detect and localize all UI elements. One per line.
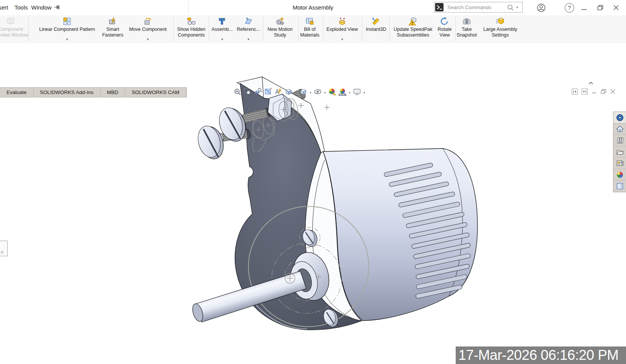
pin-menu-icon[interactable] — [53, 4, 60, 12]
search-input[interactable]: Search Commands — [447, 5, 492, 10]
dropdown-caret[interactable]: ▾ — [221, 37, 223, 42]
show-hidden-components-icon — [187, 17, 196, 27]
new-motion-study-button[interactable]: New Motion Study — [265, 17, 295, 40]
dropdown-caret[interactable]: ▾ — [310, 91, 311, 94]
take-snapshot-button[interactable]: Take Snapshot — [455, 17, 479, 40]
motor-housing[interactable] — [323, 148, 477, 321]
dynamic-annotation-views-icon[interactable] — [274, 88, 283, 97]
previous-view-icon[interactable] — [254, 88, 262, 97]
task-pane-design-library[interactable] — [613, 135, 626, 146]
view-settings-icon[interactable] — [353, 88, 361, 97]
dropdown-caret[interactable]: ▾ — [66, 37, 68, 42]
instant3d-icon — [371, 17, 381, 27]
component-preview-window-icon — [6, 17, 15, 27]
smart-fasteners-icon — [108, 17, 117, 27]
exploded-view-icon — [338, 17, 347, 27]
folder-icon — [616, 148, 624, 156]
help-icon[interactable]: ? — [565, 3, 574, 13]
3dexperience-icon — [616, 114, 624, 121]
take-snapshot-icon — [462, 17, 471, 27]
next-document-icon[interactable] — [581, 88, 588, 96]
dropdown-caret[interactable]: ▾ — [349, 91, 351, 94]
reference-geometry-icon — [244, 17, 253, 27]
restore-document-icon[interactable] — [600, 89, 607, 96]
document-title: Motor Assembly — [293, 4, 333, 11]
dropdown-caret[interactable]: ▾ — [324, 91, 326, 94]
dropdown-caret[interactable]: ▾ — [363, 91, 365, 94]
viewport-canvas[interactable]: Evaluate SOLIDWORKS Add-Ins MBD SOLIDWOR… — [0, 43, 626, 364]
linear-component-pattern-button[interactable]: Linear Component Pattern ▾ — [37, 17, 98, 40]
hide-show-items-icon[interactable] — [314, 88, 322, 97]
zoom-to-area-icon[interactable] — [243, 88, 252, 97]
task-pane-file-explorer[interactable] — [613, 146, 626, 158]
tab-solidworks-cam[interactable]: SOLIDWORKS CAM — [125, 88, 186, 97]
appearances-ball-icon — [616, 171, 624, 179]
task-pane-custom-properties[interactable] — [613, 180, 626, 192]
menu-item-tools[interactable]: Tools — [14, 4, 28, 11]
minimize-window-icon[interactable] — [581, 5, 588, 12]
move-component-icon — [143, 17, 152, 27]
tab-evaluate[interactable]: Evaluate — [0, 88, 34, 97]
tab-solidworks-add-ins[interactable]: SOLIDWORKS Add-Ins — [34, 88, 101, 97]
task-pane-3dexperience[interactable] — [613, 112, 626, 123]
timestamp-overlay: 17-Mar-2026 06:16:20 PM — [456, 346, 626, 364]
linear-component-pattern-icon — [62, 17, 72, 27]
show-hidden-components-button[interactable]: Show Hidden Components — [173, 17, 210, 40]
rotate-view-icon — [440, 17, 449, 27]
close-document-icon[interactable] — [610, 89, 616, 96]
view-palette-icon — [616, 160, 624, 167]
heads-up-view-toolbar: ▾ ▾ ▾ ▾ ▾ — [233, 88, 365, 97]
minimize-document-icon[interactable] — [591, 89, 597, 96]
task-pane-appearances-scenes[interactable] — [613, 169, 626, 180]
smart-fasteners-button[interactable]: Smart Fasteners — [99, 17, 126, 40]
books-icon — [616, 137, 624, 144]
assembly-features-button[interactable]: Assemb... ▾ — [210, 17, 234, 40]
component-preview-window-button: Component Preview Window — [0, 17, 31, 40]
view-orientation-icon[interactable] — [285, 88, 293, 97]
search-dropdown-caret[interactable]: ▾ — [516, 5, 518, 9]
assembly-features-icon — [218, 17, 227, 27]
zoom-to-fit-icon[interactable] — [233, 88, 242, 97]
move-component-button[interactable]: Move Component ▾ — [127, 17, 169, 40]
solidworks-search-icon — [435, 3, 443, 11]
document-window-controls — [572, 88, 616, 96]
dropdown-caret[interactable]: ▾ — [248, 37, 250, 42]
dropdown-caret[interactable]: ▾ — [147, 37, 149, 42]
instant3d-button[interactable]: Instant3D — [363, 17, 389, 40]
exploded-view-button[interactable]: Exploded View ▾ — [324, 17, 360, 40]
update-speedpak-button[interactable]: Update SpeedPak Subassemblies — [389, 17, 437, 40]
tab-mbd[interactable]: MBD — [101, 88, 125, 97]
apply-scene-icon[interactable] — [338, 88, 347, 97]
rotate-view-button[interactable]: Rotate View — [435, 17, 455, 40]
menu-item-window[interactable]: Window — [31, 4, 51, 11]
search-icon[interactable] — [507, 4, 514, 13]
ribbon-collapse-chevron[interactable] — [588, 80, 594, 86]
custom-properties-icon — [616, 182, 624, 190]
update-speedpak-icon — [408, 17, 418, 27]
command-manager-tabs: Evaluate SOLIDWORKS Add-Ins MBD SOLIDWOR… — [0, 87, 187, 97]
bill-of-materials-icon — [305, 17, 314, 27]
large-assembly-settings-button[interactable]: Large Assembly Settings — [480, 17, 520, 40]
new-motion-study-icon — [275, 17, 285, 27]
previous-document-icon[interactable] — [572, 88, 578, 96]
menu-item-insert[interactable]: Insert — [0, 4, 8, 11]
flyout-dot-icon — [1, 251, 3, 254]
task-pane — [613, 112, 626, 192]
search-commands-box[interactable]: Search Commands ▾ — [434, 2, 523, 13]
task-pane-solidworks-resources[interactable] — [613, 123, 626, 135]
home-icon — [616, 125, 624, 133]
account-icon[interactable] — [536, 3, 546, 14]
section-view-icon[interactable] — [264, 88, 272, 97]
title-bar: Insert Tools Window Motor Assembly Searc… — [0, 0, 626, 16]
dropdown-caret[interactable]: ▾ — [295, 91, 297, 94]
task-pane-view-palette[interactable] — [613, 158, 626, 169]
edit-appearance-icon[interactable] — [328, 88, 336, 97]
large-assembly-settings-icon — [496, 17, 505, 27]
close-window-icon[interactable] — [613, 4, 620, 13]
reference-geometry-button[interactable]: Referenc... ▾ — [235, 17, 262, 40]
restore-window-icon[interactable] — [597, 4, 604, 13]
bill-of-materials-button[interactable]: Bill of Materials — [298, 17, 322, 40]
dropdown-caret[interactable]: ▾ — [341, 37, 343, 42]
feature-manager-flyout-tab[interactable] — [0, 241, 8, 256]
display-style-icon[interactable] — [299, 88, 307, 97]
